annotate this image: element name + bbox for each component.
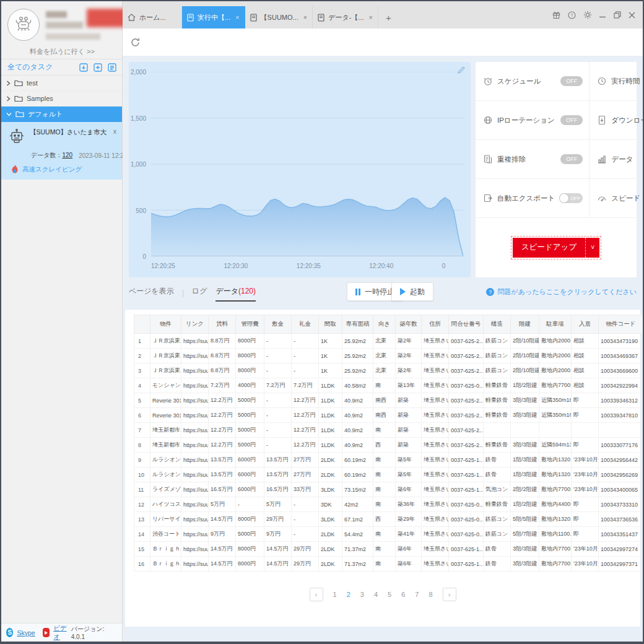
speedup-button[interactable]: スピードアップ ˅ xyxy=(513,238,599,258)
view-tab-2[interactable]: データ(120) xyxy=(215,286,256,300)
link-cell[interactable]: https://suum... xyxy=(181,468,209,482)
pay-link[interactable]: 料金を払うに行く >> xyxy=(30,47,95,56)
boost-label[interactable]: 高速スクレイピング xyxy=(22,165,82,174)
refresh-icon[interactable] xyxy=(130,37,141,48)
link-cell[interactable]: https://suum... xyxy=(181,542,209,557)
off-badge[interactable]: OFF xyxy=(560,76,583,86)
link-cell[interactable]: https://suum... xyxy=(181,393,209,408)
edit-icon[interactable] xyxy=(457,66,466,77)
off-badge[interactable]: OFF xyxy=(560,115,583,125)
view-toggle-icon[interactable] xyxy=(107,63,117,72)
avatar[interactable] xyxy=(7,9,40,41)
cell: 南西 xyxy=(373,393,396,408)
link-cell[interactable]: https://suum... xyxy=(181,527,209,542)
link-cell[interactable]: https://suum... xyxy=(181,497,209,512)
page-1[interactable]: 1 xyxy=(333,591,337,598)
tab-close-icon[interactable]: × xyxy=(303,14,307,21)
off-badge[interactable]: OFF xyxy=(560,154,583,164)
tab-2[interactable]: 【SUUMO...× xyxy=(245,6,313,28)
cell: 6000円 xyxy=(236,453,264,468)
help-icon[interactable]: ? xyxy=(568,11,576,19)
cell: - xyxy=(292,334,319,349)
cell: 南西 xyxy=(373,408,396,423)
sidebar-group-Samples[interactable]: Samples xyxy=(1,91,122,107)
cell: 73.15m2 xyxy=(342,482,373,497)
cell: '23年10月下旬 xyxy=(572,542,599,557)
data-count-link[interactable]: 120 xyxy=(62,152,72,159)
cell: - xyxy=(264,423,292,438)
settings-icon[interactable] xyxy=(583,11,592,19)
link-cell[interactable]: https://suum... xyxy=(181,453,209,468)
cell: 2LDK xyxy=(319,453,342,468)
sidebar-group-test[interactable]: test xyxy=(1,76,122,91)
new-task-icon[interactable] xyxy=(93,63,103,72)
cell xyxy=(484,423,511,438)
play-icon xyxy=(400,288,406,295)
skype-link[interactable]: Skype xyxy=(17,629,35,637)
start-button[interactable]: 起動 xyxy=(391,282,433,301)
export-toggle[interactable]: OFF xyxy=(559,193,583,203)
tab-close-icon[interactable]: × xyxy=(369,14,373,21)
link-cell[interactable]: https://suum... xyxy=(181,378,209,393)
page-5[interactable]: 5 xyxy=(388,591,391,598)
robot-icon xyxy=(9,128,25,147)
link-cell[interactable]: https://suum... xyxy=(181,423,209,438)
tab-1[interactable]: 実行中【...× xyxy=(182,6,245,28)
chart-plot xyxy=(151,72,463,256)
link-cell[interactable]: https://suum... xyxy=(181,334,209,349)
cell: 8000円 xyxy=(236,363,264,378)
globe-icon xyxy=(483,115,493,125)
tab-0[interactable]: ホーム... xyxy=(123,6,182,28)
cell: '23年10月中旬 xyxy=(572,453,599,468)
cell: 100342997371 xyxy=(599,557,643,572)
link-cell[interactable]: https://suum... xyxy=(181,482,209,497)
link-cell[interactable]: https://suum... xyxy=(181,557,209,572)
cell: 9万円 xyxy=(209,527,236,542)
cell: 築2年 xyxy=(396,363,422,378)
cell: Ｂｒｉｇｈ... xyxy=(150,542,181,557)
task-close-icon[interactable]: x xyxy=(111,128,118,135)
page-8[interactable]: 8 xyxy=(429,591,432,598)
gift-icon[interactable] xyxy=(552,11,560,19)
link-cell[interactable]: https://suum... xyxy=(181,349,209,363)
import-task-icon[interactable] xyxy=(79,63,89,72)
flame-icon xyxy=(11,165,19,175)
page-7[interactable]: 7 xyxy=(415,591,419,598)
prev-page-icon[interactable]: ‹ xyxy=(310,588,323,601)
view-tab-1[interactable]: ログ xyxy=(192,286,207,300)
restore-icon[interactable] xyxy=(614,11,621,19)
help-link[interactable]: 問題があったらここをクリックしてください xyxy=(497,287,637,297)
cell: 1階/2階建 xyxy=(511,497,539,512)
link-cell[interactable]: https://suum... xyxy=(181,408,209,423)
next-page-icon[interactable]: › xyxy=(443,588,456,601)
link-cell[interactable]: https://suum... xyxy=(181,438,209,453)
page-4[interactable]: 4 xyxy=(374,591,378,598)
minimize-icon[interactable] xyxy=(599,12,606,19)
page-3[interactable]: 3 xyxy=(360,591,364,598)
video-link[interactable]: ビデオ xyxy=(53,624,69,642)
page-6[interactable]: 6 xyxy=(401,591,405,598)
cell: 南 xyxy=(373,468,396,482)
cell: ルラシオン... xyxy=(150,453,181,468)
cell: - xyxy=(292,363,319,378)
tab-3[interactable]: データ-【...× xyxy=(313,6,378,28)
cell: 埼玉県さい... xyxy=(422,512,449,527)
close-icon[interactable] xyxy=(629,12,635,19)
link-cell[interactable]: https://suum... xyxy=(181,512,209,527)
svg-text:?: ? xyxy=(571,13,573,17)
cell: - xyxy=(292,497,319,512)
row-index: 4 xyxy=(134,378,150,393)
cell: 16.5万円 xyxy=(209,482,236,497)
new-tab-button[interactable]: + xyxy=(378,6,399,28)
link-cell[interactable]: https://suum... xyxy=(181,363,209,378)
row-index: 5 xyxy=(134,393,150,408)
cell: 100343736536 xyxy=(599,512,643,527)
chevron-down-icon[interactable]: ˅ xyxy=(585,238,599,258)
sidebar-group-デフォルト[interactable]: デフォルト xyxy=(1,107,122,122)
view-tab-0[interactable]: ページを表示 xyxy=(129,286,174,300)
task-card[interactable]: 【SUUMO】さいたま市大宮区の賃貸(賃貸... x データ数：120 2023… xyxy=(1,122,122,180)
page-2[interactable]: 2 xyxy=(347,591,350,598)
cell: 北東 xyxy=(373,363,396,378)
tab-close-icon[interactable]: × xyxy=(235,14,239,21)
cell: 敷地内1320... xyxy=(539,512,572,527)
